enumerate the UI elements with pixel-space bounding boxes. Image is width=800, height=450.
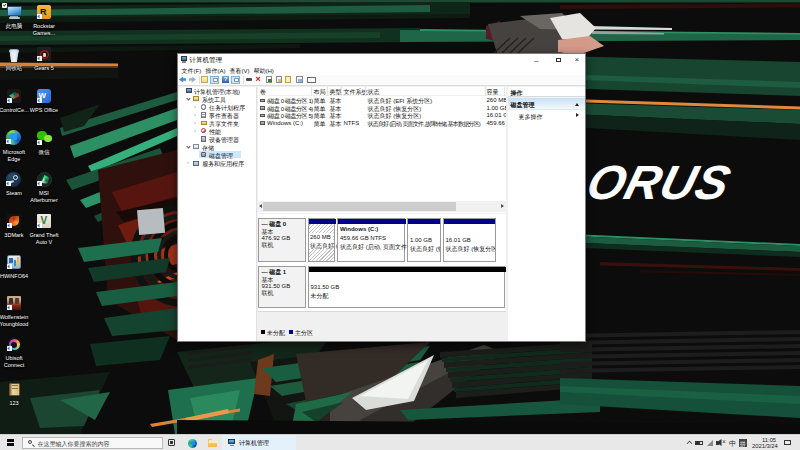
svg-text:ORUS: ORUS [581,156,736,209]
